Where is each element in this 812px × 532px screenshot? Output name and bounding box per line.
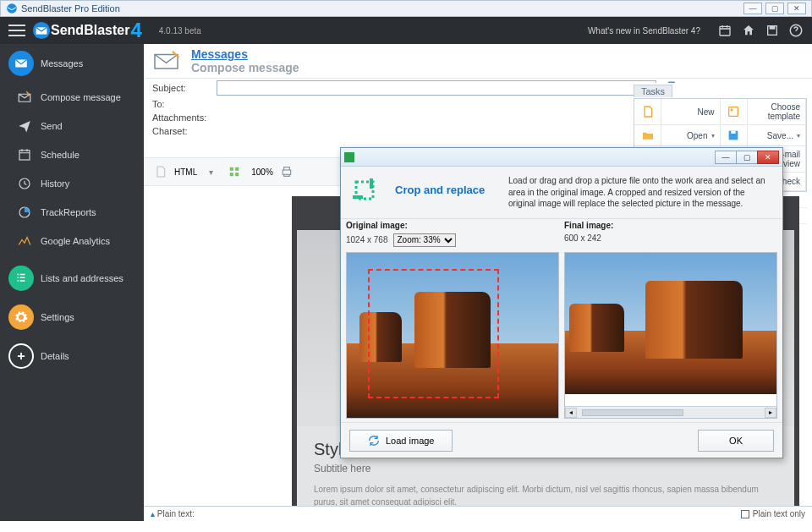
app-header: SendBlaster4 4.0.13 beta What's new in S… <box>0 17 812 44</box>
save-icon[interactable] <box>765 23 780 38</box>
tasks-tab[interactable]: Tasks <box>634 85 672 97</box>
svg-rect-26 <box>370 178 373 189</box>
print-icon[interactable] <box>277 162 297 182</box>
original-image-pane[interactable] <box>346 252 559 420</box>
help-icon[interactable] <box>788 23 804 38</box>
chevron-down-icon[interactable]: ▾ <box>200 162 221 182</box>
window-minimize-button[interactable]: — <box>743 3 762 14</box>
attachments-label: Attachments: <box>152 112 211 123</box>
os-titlebar: SendBlaster Pro Edition — ▢ ✕ <box>0 0 812 17</box>
envelope-icon <box>32 21 51 40</box>
gear-icon <box>8 304 34 330</box>
trackreports-icon <box>15 203 34 222</box>
new-button[interactable]: New <box>661 99 721 125</box>
svg-rect-25 <box>353 195 363 199</box>
svg-rect-13 <box>235 173 239 176</box>
version-label: 4.0.13 beta <box>159 26 201 36</box>
sidebar-item-analytics[interactable]: Google Analytics <box>0 227 144 255</box>
dialog-description: Load or drag and drop a picture file ont… <box>508 175 774 210</box>
subject-input[interactable] <box>217 80 656 96</box>
compose-icon <box>15 88 34 107</box>
envelope-icon <box>8 51 34 76</box>
svg-rect-11 <box>235 167 239 171</box>
svg-rect-14 <box>283 170 290 174</box>
sidebar-item-send[interactable]: Send <box>0 112 144 140</box>
open-icon[interactable] <box>634 125 661 146</box>
svg-point-0 <box>7 3 17 14</box>
zoom-select[interactable]: Zoom: 33% <box>393 233 456 247</box>
dialog-titlebar: — ▢ ✕ <box>341 148 782 167</box>
brand-logo: SendBlaster4 <box>32 19 142 42</box>
envelope-compose-icon <box>152 48 183 74</box>
window-maximize-button[interactable]: ▢ <box>765 3 784 14</box>
sidebar-item-settings[interactable]: Settings <box>0 298 144 337</box>
sidebar-item-messages[interactable]: Messages <box>0 44 144 83</box>
breadcrumb: Messages Compose message <box>144 44 812 79</box>
dialog-minimize-button[interactable]: — <box>715 151 737 164</box>
analytics-icon <box>15 232 34 250</box>
app-icon <box>6 3 18 14</box>
sidebar-item-trackreports[interactable]: TrackReports <box>0 198 144 227</box>
sidebar-label: Details <box>41 351 69 361</box>
original-image-label: Original image: <box>346 221 408 230</box>
sidebar-label: Schedule <box>41 150 80 160</box>
original-dimensions: 1024 x 768 <box>346 235 388 244</box>
scroll-left-button[interactable]: ◂ <box>565 408 577 418</box>
window-close-button[interactable]: ✕ <box>787 3 806 14</box>
save-button[interactable]: Save... <box>748 125 807 146</box>
ok-button[interactable]: OK <box>698 430 774 452</box>
sidebar-label: Send <box>41 121 63 131</box>
svg-rect-2 <box>720 26 730 36</box>
sidebar-label: Settings <box>41 312 74 322</box>
mode-html-label[interactable]: HTML <box>174 167 197 177</box>
subject-label: Subject: <box>152 83 211 93</box>
sidebar-item-compose[interactable]: Compose message <box>0 83 144 112</box>
h-scrollbar[interactable]: ◂ ▸ <box>565 406 776 418</box>
crumb-messages-link[interactable]: Messages <box>191 47 299 61</box>
final-image-pane[interactable]: ◂ ▸ <box>564 252 777 420</box>
sidebar-label: Messages <box>41 58 83 69</box>
schedule-icon <box>15 145 34 164</box>
sidebar-item-history[interactable]: History <box>0 169 144 198</box>
lists-icon <box>8 266 34 291</box>
scroll-right-button[interactable]: ▸ <box>765 408 776 418</box>
load-image-button[interactable]: Load image <box>349 430 453 452</box>
send-icon <box>15 117 34 135</box>
scroll-thumb[interactable] <box>582 409 683 416</box>
save-disk-icon[interactable] <box>721 125 748 146</box>
page-icon[interactable] <box>151 162 171 182</box>
zoom-label: 100% <box>251 167 273 177</box>
sidebar-item-lists[interactable]: Lists and addresses <box>0 259 144 298</box>
to-label: To: <box>152 99 211 109</box>
grid-icon[interactable] <box>224 162 244 182</box>
sidebar-label: Google Analytics <box>41 236 110 246</box>
dialog-maximize-button[interactable]: ▢ <box>736 151 758 164</box>
choose-template-button[interactable]: Choose template <box>748 99 807 125</box>
dialog-close-button[interactable]: ✕ <box>757 151 779 164</box>
plain-text-label: Plain text: <box>157 509 195 518</box>
plain-text-only-checkbox[interactable] <box>741 510 749 518</box>
whatsnew-link[interactable]: What's new in SendBlaster 4? <box>588 26 700 36</box>
calendar-icon[interactable] <box>717 23 732 38</box>
sidebar: Messages Compose message Send Schedule H… <box>0 44 144 521</box>
dialog-icon <box>344 152 354 162</box>
sidebar-item-details[interactable]: Details <box>0 337 144 376</box>
plus-icon <box>8 343 34 369</box>
crop-replace-dialog: — ▢ ✕ Crop and replace Load or drag and … <box>340 147 783 458</box>
sidebar-label: Lists and addresses <box>41 273 123 283</box>
new-icon[interactable] <box>634 99 661 125</box>
sidebar-label: TrackReports <box>41 207 96 217</box>
status-bar: ▴ Plain text: Plain text only <box>144 506 812 521</box>
home-icon[interactable] <box>741 23 756 38</box>
sidebar-item-schedule[interactable]: Schedule <box>0 140 144 169</box>
open-button[interactable]: Open <box>661 125 721 146</box>
crop-selection[interactable] <box>368 269 499 398</box>
svg-rect-15 <box>729 107 738 117</box>
history-icon <box>15 174 34 193</box>
svg-rect-4 <box>770 26 774 29</box>
article-body: Lorem ipsum dolor sit amet, consectetur … <box>314 483 777 508</box>
menu-icon[interactable] <box>8 25 25 36</box>
sidebar-label: History <box>41 178 69 189</box>
article-subtitle: Subtitle here <box>314 463 777 474</box>
template-icon[interactable] <box>721 99 748 125</box>
